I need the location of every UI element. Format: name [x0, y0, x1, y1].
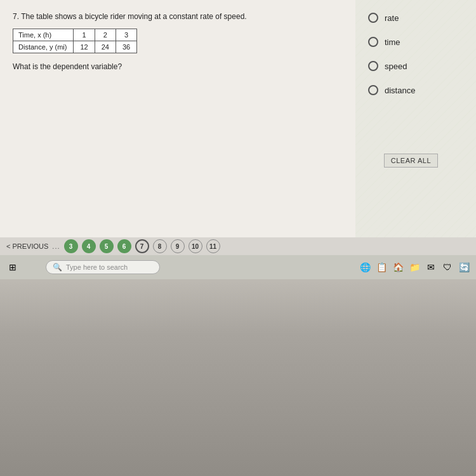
- option-time[interactable]: time: [368, 37, 470, 47]
- taskbar-icon-1[interactable]: 🌐: [358, 260, 372, 274]
- laptop-body: Esc F1 F2 F3 F4 F5 F6 F7 F8 F9 F10 ~ ! @…: [0, 273, 476, 476]
- option-distance[interactable]: distance: [368, 85, 470, 95]
- previous-label: < PREVIOUS: [6, 242, 48, 250]
- question-badge-10[interactable]: 10: [188, 239, 202, 253]
- option-rate-label: rate: [385, 13, 399, 23]
- taskbar-system-icons: 🌐 📋 🏠 📁 ✉ 🛡 🔄: [358, 260, 471, 274]
- table-header-col1: 1: [74, 29, 95, 41]
- question-badge-7[interactable]: 7: [135, 239, 149, 253]
- option-distance-label: distance: [385, 86, 415, 95]
- option-rate[interactable]: rate: [368, 13, 470, 23]
- table-row-val2: 24: [95, 41, 116, 53]
- data-table: Time, x (h) 1 2 3 Distance, y (mi) 12 24…: [13, 29, 137, 53]
- table-row-label: Distance, y (mi): [13, 41, 74, 53]
- sub-question-text: What is the dependent variable?: [13, 62, 343, 71]
- search-placeholder: Type here to search: [66, 263, 128, 271]
- question-badge-9[interactable]: 9: [171, 239, 185, 253]
- question-text: 7. The table shows a bicycle rider movin…: [13, 11, 343, 22]
- search-icon: 🔍: [53, 263, 62, 272]
- table-row-val3: 36: [116, 41, 136, 53]
- taskbar-icon-6[interactable]: 🛡: [440, 260, 454, 274]
- taskbar-icon-5[interactable]: ✉: [424, 260, 438, 274]
- question-badge-4[interactable]: 4: [82, 239, 96, 253]
- taskbar-icon-2[interactable]: 📋: [374, 260, 388, 274]
- radio-time[interactable]: [368, 37, 378, 47]
- taskbar-icon-4[interactable]: 📁: [407, 260, 421, 274]
- clear-all-button[interactable]: CLEAR ALL: [384, 154, 438, 168]
- previous-button[interactable]: < PREVIOUS: [6, 242, 48, 250]
- table-row-val1: 12: [74, 41, 95, 53]
- navigation-row: < PREVIOUS ... 3 4 5 6 7 8 9 10 11: [0, 237, 476, 255]
- taskbar-icon-3[interactable]: 🏠: [391, 260, 405, 274]
- laptop-screen: 7. The table shows a bicycle rider movin…: [0, 0, 476, 273]
- taskbar: ⊞ 🔍 Type here to search 🌐 📋 🏠 📁 ✉ 🛡 🔄: [0, 255, 476, 279]
- option-time-label: time: [385, 37, 400, 47]
- question-badge-6[interactable]: 6: [117, 239, 131, 253]
- table-header-col0: Time, x (h): [13, 29, 74, 41]
- question-badge-8[interactable]: 8: [153, 239, 167, 253]
- option-speed-label: speed: [385, 62, 407, 71]
- table-header-col3: 3: [116, 29, 136, 41]
- windows-icon[interactable]: ⊞: [5, 260, 20, 275]
- radio-rate[interactable]: [368, 13, 378, 23]
- radio-speed[interactable]: [368, 61, 378, 71]
- taskbar-search-box[interactable]: 🔍 Type here to search: [46, 260, 160, 274]
- quiz-content: 7. The table shows a bicycle rider movin…: [0, 0, 355, 241]
- question-badge-5[interactable]: 5: [100, 239, 114, 253]
- radio-distance[interactable]: [368, 85, 378, 95]
- option-speed[interactable]: speed: [368, 61, 470, 71]
- question-badge-11[interactable]: 11: [206, 239, 220, 253]
- taskbar-icon-7[interactable]: 🔄: [457, 260, 471, 274]
- question-badge-3[interactable]: 3: [64, 239, 78, 253]
- answer-options: rate time speed distance: [368, 13, 470, 95]
- table-header-col2: 2: [95, 29, 116, 41]
- nav-dots: ...: [52, 242, 60, 250]
